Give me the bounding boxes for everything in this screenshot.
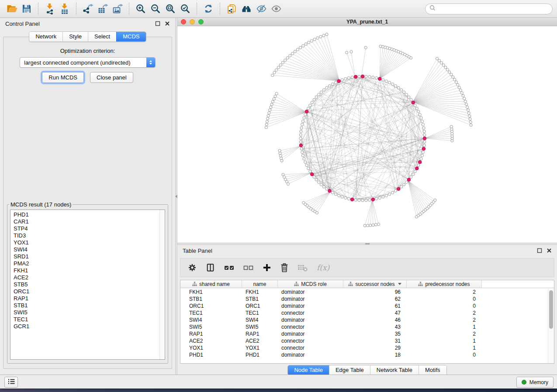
graph-node[interactable]: [365, 199, 367, 202]
criterion-select[interactable]: largest connected component (undirected): [20, 57, 156, 68]
table-row[interactable]: FKH1FKH1dominator962: [180, 289, 548, 296]
export-image-icon[interactable]: [110, 2, 125, 15]
graph-node[interactable]: [421, 154, 423, 157]
graph-node[interactable]: [422, 127, 425, 129]
graph-node[interactable]: [287, 182, 289, 185]
export-network-icon[interactable]: [80, 2, 95, 15]
table-tab-network-table[interactable]: Network Table: [370, 365, 419, 375]
tab-select[interactable]: Select: [88, 32, 116, 41]
graph-node[interactable]: [414, 104, 416, 107]
graph-node[interactable]: [341, 79, 343, 81]
graph-node[interactable]: [374, 224, 377, 226]
graph-node[interactable]: [422, 151, 424, 154]
graph-node[interactable]: [394, 85, 397, 87]
graph-node[interactable]: [346, 51, 348, 54]
table-tab-motifs[interactable]: Motifs: [419, 365, 446, 375]
graph-node[interactable]: [319, 35, 322, 38]
graph-node[interactable]: [331, 191, 334, 194]
mcds-result-item[interactable]: FKH1: [14, 267, 165, 274]
graph-node[interactable]: [423, 144, 426, 147]
graph-node[interactable]: [351, 76, 353, 79]
column-header-successor-nodes[interactable]: successor nodes: [343, 280, 407, 288]
mcds-result-item[interactable]: PMA2: [14, 260, 165, 267]
graph-node[interactable]: [274, 95, 277, 98]
graph-node[interactable]: [448, 71, 451, 73]
graph-node[interactable]: [438, 59, 440, 62]
graph-node[interactable]: [275, 92, 278, 95]
table-row[interactable]: SWI5SWI5connector431: [180, 323, 548, 330]
divider-handle-icon[interactable]: [365, 243, 370, 244]
graph-node[interactable]: [434, 199, 436, 202]
mcds-result-item[interactable]: STP4: [14, 225, 165, 232]
graph-node[interactable]: [309, 170, 311, 172]
result-list-scrollbar[interactable]: [159, 210, 165, 359]
graph-node[interactable]: [325, 86, 328, 89]
graph-node[interactable]: [344, 196, 347, 199]
tab-mcds[interactable]: MCDS: [116, 32, 145, 41]
table-row[interactable]: TEC1TEC1connector472: [180, 309, 548, 316]
column-header-name[interactable]: name: [242, 280, 278, 288]
graph-node[interactable]: [405, 93, 408, 96]
close-icon[interactable]: [165, 21, 170, 26]
import-network-icon[interactable]: [42, 2, 57, 15]
graph-node[interactable]: [410, 98, 412, 101]
mcds-result-item[interactable]: STB5: [14, 281, 165, 288]
open-folder-icon[interactable]: [4, 2, 19, 15]
graph-node[interactable]: [269, 109, 271, 111]
graph-node[interactable]: [299, 141, 302, 143]
graph-node[interactable]: [420, 117, 422, 119]
tab-network[interactable]: Network: [29, 32, 62, 41]
column-header-MCDS-role[interactable]: MCDS role: [278, 280, 343, 288]
graph-node[interactable]: [296, 48, 299, 51]
table-row[interactable]: STB1STB1dominator620: [180, 296, 548, 303]
graph-node[interactable]: [304, 43, 307, 45]
graph-node[interactable]: [405, 181, 408, 183]
graph-node[interactable]: [271, 74, 274, 76]
uncheck-all-icon[interactable]: [243, 264, 254, 272]
graph-node[interactable]: [379, 45, 382, 48]
graph-node[interactable]: [368, 76, 371, 78]
table-scrollbar[interactable]: [548, 289, 554, 363]
graph-node[interactable]: [300, 130, 302, 133]
graph-node-mcds[interactable]: [378, 77, 382, 81]
graph-node[interactable]: [408, 96, 410, 98]
graph-node[interactable]: [453, 78, 456, 81]
graph-node[interactable]: [316, 37, 319, 39]
graph-node[interactable]: [378, 196, 381, 199]
graph-node[interactable]: [299, 137, 302, 140]
close-panel-button[interactable]: Close panel: [90, 72, 133, 83]
graph-node[interactable]: [277, 66, 280, 69]
graph-node[interactable]: [372, 76, 374, 79]
graph-node[interactable]: [347, 197, 350, 200]
graph-node[interactable]: [467, 109, 469, 111]
table-row[interactable]: RAP1RAP1dominator352: [180, 330, 548, 337]
mcds-result-item[interactable]: GCR1: [14, 323, 165, 330]
refresh-icon[interactable]: [201, 2, 216, 15]
graph-node[interactable]: [391, 191, 394, 194]
graph-node[interactable]: [266, 117, 269, 120]
graph-node[interactable]: [444, 66, 447, 69]
graph-node[interactable]: [273, 71, 276, 74]
graph-node[interactable]: [313, 175, 315, 178]
graph-node[interactable]: [365, 75, 367, 78]
graph-node[interactable]: [388, 193, 391, 196]
graph-node[interactable]: [467, 112, 470, 114]
graph-node[interactable]: [289, 55, 291, 57]
graph-node[interactable]: [320, 91, 322, 93]
float-icon[interactable]: [155, 21, 160, 26]
graph-node[interactable]: [446, 69, 449, 71]
graph-node[interactable]: [442, 64, 445, 66]
graph-node[interactable]: [299, 134, 302, 136]
task-history-button[interactable]: [4, 377, 18, 388]
network-titlebar[interactable]: YPA_prune.txt_1: [177, 18, 557, 26]
graph-node[interactable]: [400, 89, 402, 91]
table-row[interactable]: ACE2ACE2connector311: [180, 337, 548, 344]
network-canvas[interactable]: [177, 26, 557, 243]
table-row[interactable]: SWI4SWI4dominator462: [180, 316, 548, 323]
graph-node[interactable]: [304, 113, 307, 116]
graph-node[interactable]: [299, 46, 301, 49]
close-icon[interactable]: [547, 248, 552, 253]
graph-node[interactable]: [415, 107, 418, 110]
graph-node[interactable]: [307, 107, 310, 110]
graph-node[interactable]: [414, 170, 416, 172]
